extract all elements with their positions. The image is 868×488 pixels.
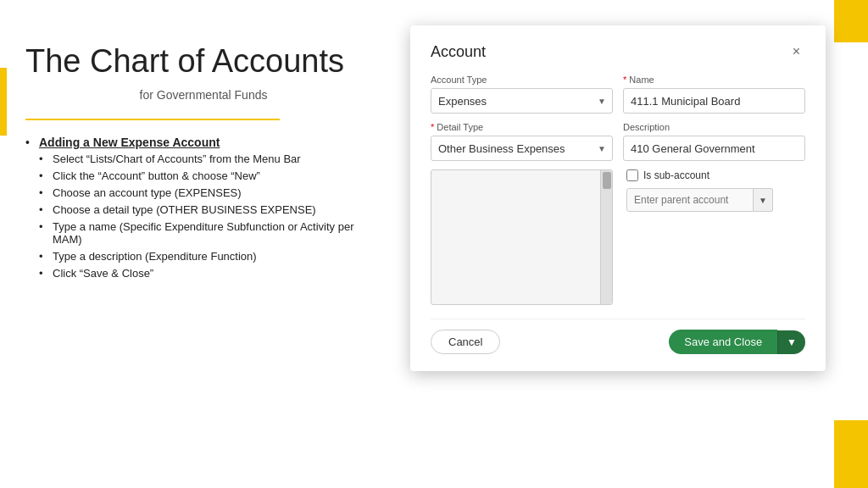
description-input[interactable] <box>623 136 805 161</box>
form-row-2: Detail Type Other Business Expenses ▼ De… <box>431 122 805 161</box>
close-button[interactable]: × <box>787 42 805 61</box>
sub-bullet-item-4: Choose a detail type (OTHER BUSINESS EXP… <box>39 203 381 216</box>
name-group: Name <box>623 75 805 114</box>
name-label: Name <box>623 75 805 85</box>
account-type-group: Account Type Expenses ▼ <box>431 75 613 114</box>
left-panel: The Chart of Accounts for Governmental F… <box>25 42 381 285</box>
main-bullet-link[interactable]: Adding a New Expense Account <box>39 136 220 149</box>
sub-bullet-item-1: Select “Lists/Chart of Accounts” from th… <box>39 152 381 165</box>
detail-type-select-wrapper: Other Business Expenses ▼ <box>431 136 613 161</box>
accent-bar-right-top <box>834 0 868 42</box>
name-input[interactable] <box>623 88 805 114</box>
description-group: Description <box>623 122 805 161</box>
accent-bar-left <box>0 68 7 136</box>
is-sub-account-row: Is sub-account <box>626 169 805 181</box>
save-and-close-button[interactable]: Save and Close <box>669 330 777 354</box>
account-type-select-wrapper: Expenses ▼ <box>431 88 613 114</box>
sub-bullet-list: Select “Lists/Chart of Accounts” from th… <box>39 152 381 280</box>
sub-bullet-item-7: Click “Save & Close” <box>39 267 381 280</box>
accent-bar-right-bottom <box>834 420 868 488</box>
sub-bullet-item-6: Type a description (Expenditure Function… <box>39 250 381 263</box>
account-dialog: Account × Account Type Expenses ▼ Name D… <box>410 25 826 371</box>
sub-bullet-item-2: Click the “Account” button & choose “New… <box>39 169 381 182</box>
page-subtitle: for Governmental Funds <box>25 88 381 102</box>
parent-account-dropdown-btn[interactable]: ▼ <box>754 188 773 212</box>
save-dropdown-arrow-button[interactable]: ▼ <box>777 330 805 354</box>
parent-account-input[interactable] <box>626 188 754 212</box>
is-sub-account-label: Is sub-account <box>643 169 709 181</box>
text-area[interactable] <box>431 169 613 305</box>
account-type-select[interactable]: Expenses <box>431 88 613 114</box>
parent-account-row: ▼ <box>626 188 805 212</box>
detail-type-label: Detail Type <box>431 122 613 132</box>
form-row-3: Is sub-account ▼ <box>431 169 805 305</box>
main-bullet-item: Adding a New Expense Account Select “Lis… <box>25 136 381 280</box>
dialog-footer: Cancel Save and Close ▼ <box>431 319 805 354</box>
sub-bullet-item-3: Choose an account type (EXPENSES) <box>39 186 381 199</box>
main-bullet-list: Adding a New Expense Account Select “Lis… <box>25 136 381 280</box>
detail-type-group: Detail Type Other Business Expenses ▼ <box>431 122 613 161</box>
page-title: The Chart of Accounts <box>25 42 381 81</box>
description-label: Description <box>623 122 805 132</box>
dialog-title: Account <box>431 43 486 61</box>
scrollbar[interactable] <box>600 170 612 304</box>
sub-account-section: Is sub-account ▼ <box>623 169 805 305</box>
save-button-group: Save and Close ▼ <box>669 330 805 354</box>
form-row-1: Account Type Expenses ▼ Name <box>431 75 805 114</box>
scrollbar-thumb <box>603 172 611 189</box>
dialog-header: Account × <box>431 42 805 61</box>
is-sub-account-checkbox[interactable] <box>626 169 638 181</box>
account-type-label: Account Type <box>431 75 613 85</box>
cancel-button[interactable]: Cancel <box>431 330 500 354</box>
detail-type-select[interactable]: Other Business Expenses <box>431 136 613 161</box>
sub-bullet-item-5: Type a name (Specific Expenditure Subfun… <box>39 220 381 246</box>
divider <box>25 119 280 120</box>
